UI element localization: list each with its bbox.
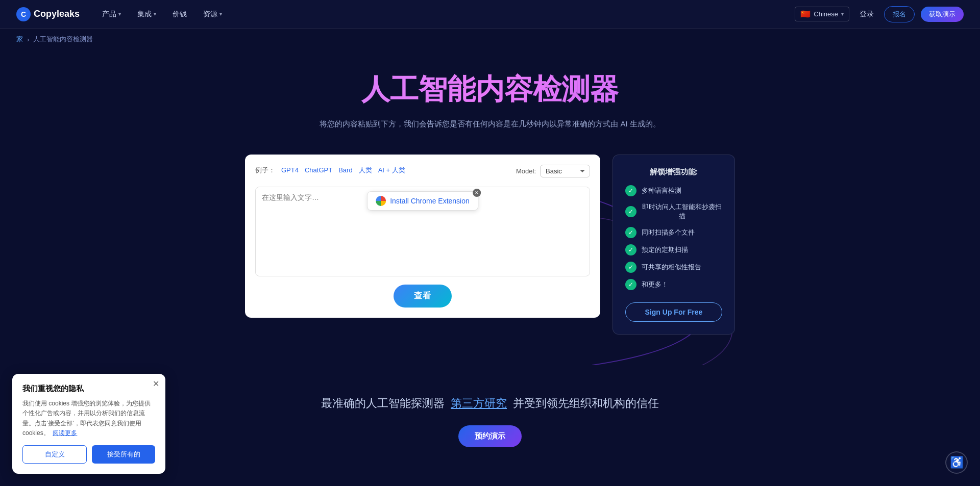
content-area: 例子： GPT4 ChatGPT Bard 人类 AI + 人类 Model: … bbox=[245, 155, 735, 335]
example-bard[interactable]: Bard bbox=[338, 166, 352, 174]
chrome-ext-popup[interactable]: ✕ Install Chrome Extension bbox=[367, 191, 478, 211]
nav-item-integrations[interactable]: 集成 ▾ bbox=[131, 7, 162, 22]
feature-more: ✓ 和更多！ bbox=[625, 279, 722, 290]
model-label: Model: bbox=[516, 167, 536, 175]
feature-scheduled: ✓ 预定的定期扫描 bbox=[625, 244, 722, 255]
check-icon: ✓ bbox=[625, 206, 636, 217]
cookie-title: 我们重视您的隐私 bbox=[22, 384, 155, 394]
chrome-icon bbox=[376, 196, 386, 206]
hero-subtitle: 将您的内容粘贴到下方，我们会告诉您是否有任何内容是在几秒钟内以异常准确的方式由 … bbox=[16, 119, 964, 129]
check-icon: ✓ bbox=[625, 279, 636, 290]
check-icon: ✓ bbox=[625, 227, 636, 238]
check-icon: ✓ bbox=[625, 244, 636, 255]
example-human[interactable]: 人类 bbox=[359, 166, 372, 175]
chevron-down-icon: ▾ bbox=[219, 11, 222, 17]
bottom-suffix: 并受到领先组织和机构的信任 bbox=[513, 397, 659, 410]
chevron-down-icon: ▾ bbox=[154, 11, 156, 17]
model-row: Model: Basic Standard Advanced bbox=[516, 165, 590, 177]
logo[interactable]: C Copyleaks bbox=[16, 7, 80, 21]
examples-row: 例子： GPT4 ChatGPT Bard 人类 AI + 人类 bbox=[255, 166, 405, 175]
research-link[interactable]: 第三方研究 bbox=[451, 397, 507, 410]
upgrade-features: ✓ 多种语言检测 ✓ 即时访问人工智能和抄袭扫描 ✓ 同时扫描多个文件 ✓ 预定… bbox=[625, 185, 722, 290]
examples-label: 例子： bbox=[255, 166, 275, 175]
logo-icon: C bbox=[16, 7, 31, 21]
accessibility-button[interactable]: ♿ bbox=[945, 451, 968, 474]
check-button[interactable]: 查看 bbox=[394, 285, 452, 308]
accessibility-icon: ♿ bbox=[950, 456, 964, 469]
chevron-down-icon: ▾ bbox=[118, 11, 121, 17]
cookie-text: 我们使用 cookies 增强您的浏览体验，为您提供个性化广告或内容，并用以分析… bbox=[22, 399, 155, 438]
nav-right: 🇨🇳 Chinese ▾ 登录 报名 获取演示 bbox=[795, 6, 964, 22]
flag-icon: 🇨🇳 bbox=[800, 9, 811, 19]
model-select[interactable]: Basic Standard Advanced bbox=[540, 165, 590, 177]
example-gpt4[interactable]: GPT4 bbox=[281, 166, 299, 174]
chevron-down-icon: ▾ bbox=[841, 11, 844, 17]
cookie-customize-button[interactable]: 自定义 bbox=[22, 445, 87, 464]
close-icon[interactable]: ✕ bbox=[473, 189, 481, 197]
navbar: C Copyleaks 产品 ▾ 集成 ▾ 价钱 资源 ▾ 🇨🇳 Chinese… bbox=[0, 0, 980, 29]
demo-button[interactable]: 获取演示 bbox=[921, 7, 964, 22]
breadcrumb-home[interactable]: 家 bbox=[16, 35, 23, 44]
nav-item-pricing[interactable]: 价钱 bbox=[166, 7, 193, 22]
breadcrumb: 家 › 人工智能内容检测器 bbox=[0, 29, 980, 50]
cookie-accept-button[interactable]: 接受所有的 bbox=[92, 445, 155, 464]
upgrade-title: 解锁增强功能: bbox=[625, 167, 722, 177]
example-ai-human[interactable]: AI + 人类 bbox=[378, 166, 405, 175]
signup-free-button[interactable]: Sign Up For Free bbox=[625, 302, 722, 322]
cookie-read-more[interactable]: 阅读更多 bbox=[53, 429, 77, 437]
example-chatgpt[interactable]: ChatGPT bbox=[305, 166, 332, 174]
nav-item-products[interactable]: 产品 ▾ bbox=[96, 7, 127, 22]
breadcrumb-current: 人工智能内容检测器 bbox=[33, 35, 93, 44]
language-selector[interactable]: 🇨🇳 Chinese ▾ bbox=[795, 7, 849, 21]
login-button[interactable]: 登录 bbox=[855, 8, 878, 21]
hero-section: 人工智能内容检测器 将您的内容粘贴到下方，我们会告诉您是否有任何内容是在几秒钟内… bbox=[0, 50, 980, 365]
check-icon: ✓ bbox=[625, 185, 636, 196]
lang-label: Chinese bbox=[814, 10, 838, 18]
breadcrumb-separator: › bbox=[27, 36, 29, 43]
upgrade-card: 解锁增强功能: ✓ 多种语言检测 ✓ 即时访问人工智能和抄袭扫描 ✓ 同时扫描多… bbox=[612, 155, 735, 335]
chrome-ext-label: Install Chrome Extension bbox=[390, 197, 470, 205]
nav-item-resources[interactable]: 资源 ▾ bbox=[197, 7, 228, 22]
cookie-close-button[interactable]: ✕ bbox=[153, 379, 159, 389]
signup-button[interactable]: 报名 bbox=[884, 6, 915, 22]
feature-reports: ✓ 可共享的相似性报告 bbox=[625, 262, 722, 273]
textarea-wrapper: ✕ Install Chrome Extension bbox=[255, 187, 590, 276]
feature-multilang: ✓ 多种语言检测 bbox=[625, 185, 722, 196]
cookie-buttons: 自定义 接受所有的 bbox=[22, 445, 155, 464]
feature-instant-access: ✓ 即时访问人工智能和抄袭扫描 bbox=[625, 202, 722, 221]
feature-multi-file: ✓ 同时扫描多个文件 bbox=[625, 227, 722, 238]
schedule-button[interactable]: 预约演示 bbox=[458, 425, 522, 447]
detector-card: 例子： GPT4 ChatGPT Bard 人类 AI + 人类 Model: … bbox=[245, 155, 600, 318]
check-icon: ✓ bbox=[625, 262, 636, 273]
cookie-banner: ✕ 我们重视您的隐私 我们使用 cookies 增强您的浏览体验，为您提供个性化… bbox=[12, 374, 165, 474]
bottom-prefix: 最准确的人工智能探测器 bbox=[321, 397, 445, 410]
hero-title: 人工智能内容检测器 bbox=[16, 70, 964, 109]
logo-text: Copyleaks bbox=[34, 9, 80, 19]
nav-items: 产品 ▾ 集成 ▾ 价钱 资源 ▾ bbox=[96, 7, 795, 22]
